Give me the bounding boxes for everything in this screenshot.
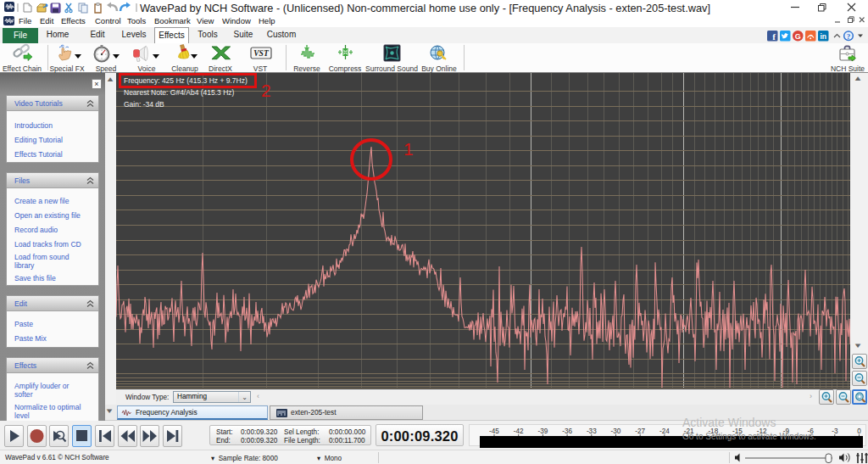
svg-text:-33: -33: [587, 428, 597, 435]
svg-text:-39: -39: [537, 428, 548, 435]
svg-text:-36: -36: [562, 428, 572, 435]
svg-text:f: f: [772, 31, 776, 42]
svg-text:in: in: [820, 32, 826, 41]
svg-text:-42: -42: [514, 428, 524, 435]
svg-text:?: ?: [847, 32, 851, 41]
svg-text:-27: -27: [635, 428, 645, 435]
svg-text:-45: -45: [489, 428, 499, 435]
svg-text:-3: -3: [832, 428, 838, 435]
svg-text:-24: -24: [659, 428, 670, 435]
svg-text:VST: VST: [253, 49, 270, 58]
svg-text:G: G: [795, 32, 801, 41]
svg-text:0: 0: [857, 428, 861, 435]
svg-text:-30: -30: [611, 428, 621, 435]
